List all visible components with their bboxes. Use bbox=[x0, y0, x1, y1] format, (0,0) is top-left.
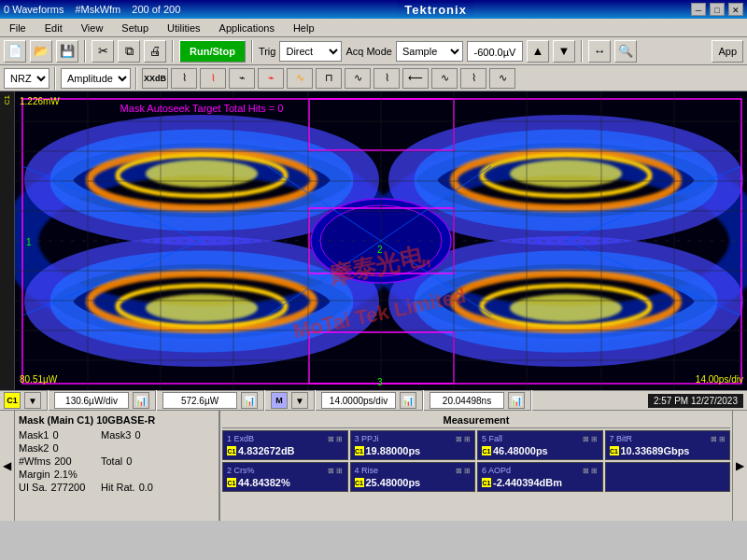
amplitude-select[interactable]: Amplitude Voltage bbox=[61, 68, 131, 89]
app-button[interactable]: App bbox=[712, 40, 743, 63]
menu-view[interactable]: View bbox=[76, 21, 109, 35]
run-stop-button[interactable]: Run/Stop bbox=[179, 40, 246, 63]
meas-empty bbox=[605, 462, 731, 492]
tb2-sep2 bbox=[135, 67, 137, 90]
scale-bar: C1 ▼ 130.6µW/div 📊 572.6µW 📊 M ▼ 14.0000… bbox=[0, 390, 747, 411]
minimize-button[interactable]: ─ bbox=[691, 3, 706, 16]
signal-icon6[interactable]: ⊓ bbox=[316, 68, 342, 89]
menu-file[interactable]: File bbox=[4, 21, 32, 35]
menu-edit[interactable]: Edit bbox=[39, 21, 68, 35]
meas-scroll-left[interactable]: ◀ bbox=[0, 411, 15, 521]
mask3-value: 0 bbox=[134, 429, 140, 441]
total-value: 0 bbox=[126, 455, 132, 467]
margin-label: Margin bbox=[19, 469, 50, 480]
main-toolbar: 📄 📂 💾 ✂ ⧉ 🖨 Run/Stop Trig Direct Interna… bbox=[0, 37, 747, 65]
aopd-value: -2.440394dBm bbox=[493, 477, 562, 488]
ch1-badge[interactable]: C1 bbox=[4, 392, 21, 409]
voltage-down-button[interactable]: ▼ bbox=[553, 40, 575, 63]
signal-icon11[interactable]: ⌇ bbox=[460, 68, 486, 89]
acq-mode-select[interactable]: Sample Average Envelope bbox=[396, 41, 463, 62]
measurements-panel: Measurement 1 ExdB ⊠ ⊞ C1 4.832672dB 3 P… bbox=[220, 411, 732, 521]
menu-setup[interactable]: Setup bbox=[116, 21, 154, 35]
signal-icon9[interactable]: ⟵ bbox=[402, 68, 429, 89]
ctrl-sep5 bbox=[422, 389, 424, 412]
wfms-label: #Wfms bbox=[19, 455, 50, 467]
waveform-display[interactable]: 1.226mW 80.51µW C1 14.00ps/div Mask Auto… bbox=[15, 91, 747, 390]
trig-mode-select[interactable]: Direct Internal External bbox=[279, 41, 342, 62]
m-menu-icon[interactable]: ▼ bbox=[291, 392, 308, 409]
cursor-button[interactable]: ↔ bbox=[588, 40, 611, 63]
ctrl-sep1 bbox=[47, 389, 49, 412]
waveform-container: C1 bbox=[0, 91, 747, 390]
fall-icons[interactable]: ⊠ ⊞ bbox=[583, 435, 598, 443]
copy-button[interactable]: ⧉ bbox=[118, 40, 140, 63]
voltage-up-button[interactable]: ▲ bbox=[527, 40, 549, 63]
save-button[interactable]: 💾 bbox=[56, 40, 78, 63]
crs-ch: C1 bbox=[227, 478, 236, 487]
bitr-icons[interactable]: ⊠ ⊞ bbox=[711, 435, 726, 443]
svg-text:14.00ps/div: 14.00ps/div bbox=[696, 374, 743, 385]
signal-icon10[interactable]: ∿ bbox=[431, 68, 458, 89]
rise-icons[interactable]: ⊠ ⊞ bbox=[456, 467, 471, 475]
offset-display: 572.6µW bbox=[162, 392, 237, 409]
menu-help[interactable]: Help bbox=[288, 21, 320, 35]
toolbar-sep4 bbox=[581, 40, 583, 63]
bitr-value: 10.33689Gbps bbox=[621, 445, 690, 456]
voltage-display: -600.0µV bbox=[467, 41, 523, 62]
print-button[interactable]: 🖨 bbox=[144, 40, 166, 63]
aopd-label: 6 AOPd bbox=[482, 466, 511, 475]
cut-button[interactable]: ✂ bbox=[92, 40, 114, 63]
signal-icon3[interactable]: ⌁ bbox=[229, 68, 255, 89]
close-button[interactable]: ✕ bbox=[728, 3, 743, 16]
bitr-label: 7 BitR bbox=[610, 434, 633, 443]
ch1-menu-icon[interactable]: ▼ bbox=[24, 392, 41, 409]
time-val-display: 20.04498ns bbox=[430, 392, 504, 409]
scale-icon2[interactable]: 📊 bbox=[241, 392, 258, 409]
signal-icon7[interactable]: ∿ bbox=[345, 68, 371, 89]
new-button[interactable]: 📄 bbox=[4, 40, 26, 63]
menu-applications[interactable]: Applications bbox=[214, 21, 280, 35]
window-controls[interactable]: ─ □ ✕ bbox=[691, 3, 743, 16]
meas-scroll-right[interactable]: ▶ bbox=[732, 411, 747, 521]
signal-icon12[interactable]: ∿ bbox=[489, 68, 515, 89]
menubar: File Edit View Setup Utilities Applicati… bbox=[0, 19, 747, 37]
menu-utilities[interactable]: Utilities bbox=[162, 21, 205, 35]
title-left: 0 Waveforms #MskWfm 200 of 200 bbox=[4, 4, 180, 15]
meas-fall: 5 Fall ⊠ ⊞ C1 46.48000ps bbox=[477, 430, 603, 460]
crs-icons[interactable]: ⊠ ⊞ bbox=[328, 467, 343, 475]
ppji-icons[interactable]: ⊠ ⊞ bbox=[456, 435, 471, 443]
mask2-value: 0 bbox=[52, 442, 58, 454]
encoding-select[interactable]: NRZ RZ bbox=[4, 68, 49, 89]
exdb-icons[interactable]: ⊠ ⊞ bbox=[328, 435, 343, 443]
open-button[interactable]: 📂 bbox=[30, 40, 52, 63]
svg-text:1: 1 bbox=[26, 237, 32, 247]
signal-icon8[interactable]: ⌇ bbox=[374, 68, 400, 89]
signal-icon5[interactable]: ∿ bbox=[287, 68, 313, 89]
trig-label: Trig bbox=[259, 46, 276, 57]
maximize-button[interactable]: □ bbox=[710, 3, 725, 16]
aopd-icons[interactable]: ⊠ ⊞ bbox=[583, 467, 598, 475]
m-badge[interactable]: M bbox=[271, 392, 288, 409]
tektronix-logo: Tektronix bbox=[397, 1, 474, 19]
exdb-label: 1 ExdB bbox=[227, 434, 254, 443]
app-title: Tektronix bbox=[180, 3, 691, 17]
dB-icon[interactable]: XXdB bbox=[142, 68, 168, 89]
meas-bitr: 7 BitR ⊠ ⊞ C1 10.33689Gbps bbox=[605, 430, 731, 460]
hitrat-label: Hit Rat. bbox=[101, 482, 135, 493]
waveforms-count: 0 Waveforms bbox=[4, 4, 63, 15]
mask-row-1: Mask10 Mask30 bbox=[19, 429, 215, 441]
signal-icon2[interactable]: ⌇ bbox=[200, 68, 226, 89]
time-icon1[interactable]: 📊 bbox=[400, 392, 416, 409]
aopd-ch: C1 bbox=[482, 478, 491, 487]
tb2-sep1 bbox=[54, 67, 56, 90]
zoom-button[interactable]: 🔍 bbox=[614, 40, 637, 63]
left-sidebar-label: C1 bbox=[3, 95, 11, 105]
time-icon2[interactable]: 📊 bbox=[508, 392, 525, 409]
exdb-ch: C1 bbox=[227, 446, 236, 455]
signal-icon1[interactable]: ⌇ bbox=[171, 68, 197, 89]
signal-icon4[interactable]: ⌁ bbox=[258, 68, 284, 89]
scale-icon1[interactable]: 📊 bbox=[133, 392, 149, 409]
exdb-value: 4.832672dB bbox=[238, 445, 295, 456]
signal-toolbar: NRZ RZ Amplitude Voltage XXdB ⌇ ⌇ ⌁ ⌁ ∿ … bbox=[0, 65, 747, 91]
ctrl-sep6 bbox=[530, 389, 532, 412]
